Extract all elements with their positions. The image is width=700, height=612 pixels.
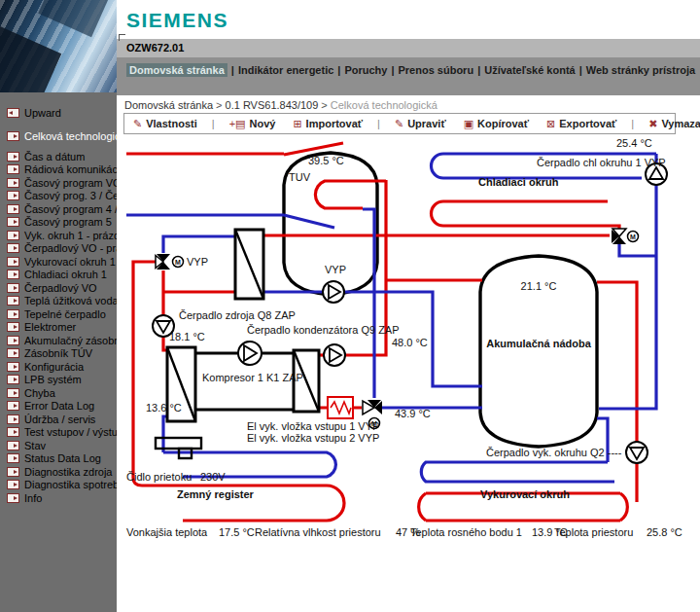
valve-cooling: M xyxy=(612,229,639,244)
reading-label: Vonkajšia teplota xyxy=(126,526,208,538)
sidebar-item[interactable]: Rádiová komunikácia xyxy=(0,163,117,177)
cooling-circuit-label: Chladiaci okruh xyxy=(478,176,559,188)
corner-mark xyxy=(119,34,125,41)
temp-181: 18.1 °C xyxy=(169,331,205,342)
sidebar-item[interactable]: Vyk. okruh 1 - prázdniny xyxy=(0,229,117,242)
el-heater-2-label: El vyk. vložka vstupu 2 VYP xyxy=(247,432,379,444)
sidebar-item[interactable]: Test vstupov / výstupov xyxy=(0,426,117,440)
brand-bar: SIEMENS xyxy=(117,0,700,39)
page-icon xyxy=(7,388,19,398)
sidebar-item[interactable]: Časový program 5 xyxy=(0,216,117,230)
motor-label: M xyxy=(175,259,181,266)
reading-value: 25.8 °C xyxy=(647,526,682,538)
pencil-icon: ✎ xyxy=(395,118,403,130)
compressor xyxy=(238,342,262,365)
sidebar-list: Čas a dátum Rádiová komunikácia Časový p… xyxy=(0,150,117,505)
sidebar-item[interactable]: Error Data Log xyxy=(0,400,117,414)
electric-heater xyxy=(328,397,353,418)
sidebar-item[interactable]: Časový prog. 3 / Čerp. VO xyxy=(0,190,117,203)
header-photo xyxy=(0,0,117,92)
pump-q2-label: Čerpadlo vyk. okruhu Q2 ---- xyxy=(486,447,622,458)
page-icon xyxy=(7,131,19,141)
ground-register-label: Zemný register xyxy=(177,488,255,500)
page-icon xyxy=(7,493,19,503)
page-icon xyxy=(7,467,19,477)
page-icon xyxy=(7,270,19,279)
nav-home[interactable]: Domovská stránka xyxy=(126,63,228,77)
page-icon xyxy=(7,441,19,450)
delete-button[interactable]: ✖Vymazať xyxy=(648,118,700,130)
nav-faults[interactable]: Poruchy xyxy=(344,64,387,76)
page-icon xyxy=(7,243,19,253)
edit-button[interactable]: ✎Upraviť xyxy=(395,118,446,130)
reading-label: Teplota priestoru xyxy=(554,526,633,538)
sidebar-item[interactable]: Elektromer xyxy=(0,321,117,335)
page-icon xyxy=(7,362,19,372)
kompresor-label: Kompresor 1 K1 ZAP xyxy=(202,372,303,383)
page-icon xyxy=(7,178,19,188)
nav-file-transfer[interactable]: Prenos súboru xyxy=(399,64,474,76)
nav-energy-indicator[interactable]: Indikátor energetic xyxy=(238,64,333,76)
export-button[interactable]: ⊠Exportovať xyxy=(546,118,616,130)
import-button[interactable]: ⊞Importovať xyxy=(293,118,363,130)
reading-value: 17.5 °C xyxy=(219,526,255,538)
page-icon xyxy=(7,453,19,463)
sidebar-item[interactable]: Čerpadlový VO - prázdniny xyxy=(0,242,117,256)
pump-vyp-state: VYP xyxy=(325,264,346,275)
sidebar-item[interactable]: Časový program 4 / TÚV xyxy=(0,202,117,216)
sidebar-item[interactable]: Údržba / servis xyxy=(0,413,117,426)
sidebar-upward[interactable]: Upward xyxy=(0,105,117,121)
sidebar-item[interactable]: Tepelné čerpadlo xyxy=(0,307,117,321)
new-button[interactable]: +▤Nový xyxy=(229,118,276,130)
sidebar-item[interactable]: Chyba xyxy=(0,386,117,400)
flow-sensor-label: Čidlo prietoku xyxy=(126,471,192,483)
sidebar: Upward Celková technologická Čas a dátum… xyxy=(0,92,117,612)
page-icon xyxy=(7,204,19,214)
copy-icon: ▣ xyxy=(464,118,473,130)
properties-button[interactable]: ✎Vlastnosti xyxy=(133,118,197,130)
sidebar-item[interactable]: Konfigurácia xyxy=(0,360,117,374)
page-icon xyxy=(7,336,19,345)
siemens-logo: SIEMENS xyxy=(126,9,228,32)
page-icon xyxy=(7,257,19,267)
breadcrumb-home[interactable]: Domovská stránka xyxy=(124,99,213,111)
sidebar-item[interactable]: Info xyxy=(0,491,117,505)
pencil-icon: ✎ xyxy=(133,118,142,130)
trash-icon: ✖ xyxy=(648,118,657,130)
reading-label: Teplota rosného bodu 1 xyxy=(410,526,522,538)
page-icon xyxy=(7,322,19,332)
breadcrumb-device[interactable]: 0.1 RVS61.843/109 xyxy=(226,99,319,111)
breadcrumb: Domovská stránka>0.1 RVS61.843/109>Celko… xyxy=(124,99,438,111)
nav-user-accounts[interactable]: Užívateľské kontá xyxy=(484,64,576,76)
sidebar-item[interactable]: Stav xyxy=(0,439,117,452)
page-icon xyxy=(7,414,19,424)
el-heater-1-label: El vyk. vložka vstupu 1 VYP xyxy=(247,420,379,432)
toolbar: ✎Vlastnosti | +▤Nový ⊞Importovať | ✎Upra… xyxy=(123,113,676,134)
page-icon xyxy=(7,427,19,437)
sidebar-item[interactable]: Vykurovací okruh 1 xyxy=(0,255,117,269)
sidebar-item[interactable]: Status Data Log xyxy=(0,452,117,466)
sidebar-item[interactable]: Čas a dátum xyxy=(0,150,117,163)
heating-circuit-label: Vykurovací okruh xyxy=(480,488,570,500)
pump-q2 xyxy=(626,442,648,463)
main-nav: Domovská stránka|Indikátor energetic|Por… xyxy=(117,57,700,95)
nav-device-web-pages[interactable]: Web stránky prístroja xyxy=(586,64,695,76)
sidebar-item-selected[interactable]: Celková technologická xyxy=(0,128,117,144)
buffer-label: Akumulačná nádoba xyxy=(486,338,591,349)
copy-button[interactable]: ▣Kopírovať xyxy=(464,118,529,130)
sidebar-item[interactable]: Akumulačný zásobník xyxy=(0,334,117,347)
sidebar-item[interactable]: Časový program VO1 xyxy=(0,176,117,190)
sidebar-item[interactable]: Diagnostika spotrebičov xyxy=(0,479,117,492)
plant-diagram: M M M 39.5 °C TUV Chladiaci okruh 25.4 °… xyxy=(117,134,700,612)
sidebar-item[interactable]: Diagnostika zdroja xyxy=(0,465,117,479)
new-image-icon: +▤ xyxy=(229,118,246,130)
sidebar-item[interactable]: Čerpadlový VO xyxy=(0,281,117,295)
sidebar-item[interactable]: Teplá úžitková voda xyxy=(0,295,117,308)
motor-label: M xyxy=(630,234,636,240)
breadcrumb-current: Celková technologická xyxy=(331,99,438,111)
sidebar-item[interactable]: Chladiaci okruh 1 xyxy=(0,269,117,282)
sidebar-item[interactable]: Zásobník TÚV xyxy=(0,347,117,361)
page-icon xyxy=(7,231,19,240)
upward-icon xyxy=(7,108,19,118)
sidebar-item[interactable]: LPB systém xyxy=(0,374,117,387)
